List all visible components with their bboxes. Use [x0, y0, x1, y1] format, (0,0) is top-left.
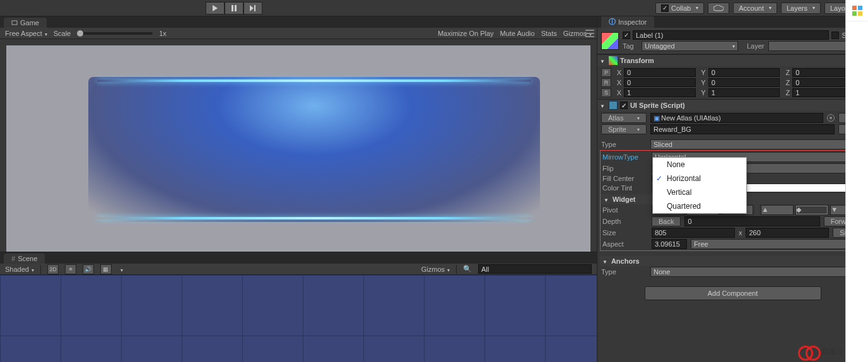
svg-rect-5 — [12, 21, 17, 25]
sprite-preview — [88, 77, 540, 222]
scene-tab[interactable]: #Scene — [4, 254, 45, 264]
game-icon — [11, 20, 18, 26]
rot-y[interactable]: 0 — [708, 78, 780, 87]
mirrowtype-popup: None Horizontal Vertical Quartered — [652, 157, 747, 214]
pos-x[interactable]: 0 — [624, 68, 696, 77]
dd-item-horizontal[interactable]: Horizontal — [653, 172, 746, 185]
shading-dropdown[interactable]: Shaded — [5, 266, 34, 273]
size-label: Size — [602, 229, 648, 236]
svg-rect-4 — [254, 5, 255, 11]
play-button[interactable] — [206, 2, 225, 15]
pos-y[interactable]: 0 — [708, 68, 780, 77]
depth-back-button[interactable]: Back — [652, 216, 681, 226]
scale-y[interactable]: 1 — [708, 88, 780, 97]
aspect-label: Aspect — [602, 240, 648, 248]
collab-button[interactable]: ✓Collab — [655, 3, 704, 14]
type-label: Type — [601, 141, 647, 148]
context-menu-icon[interactable] — [585, 30, 594, 37]
playback-controls — [206, 2, 262, 15]
position-button[interactable]: P — [601, 68, 611, 77]
transform-component: Transform PX0Y0Z0 RX0Y0Z0 SX1Y1Z1 — [597, 54, 868, 99]
step-button[interactable] — [243, 2, 262, 15]
fx-toggle-icon[interactable]: ▦ — [100, 264, 112, 274]
scene-tab-row: #Scene — [0, 252, 597, 264]
account-button[interactable]: Account — [733, 3, 777, 14]
game-toolbar: Free Aspect Scale 1x Maximize On Play Mu… — [0, 28, 597, 39]
pivot-vcenter[interactable]: ◆ — [795, 205, 828, 215]
uisprite-header[interactable]: ✓ UI Sprite (Script) — [597, 100, 868, 111]
object-name-field[interactable] — [633, 30, 829, 40]
rot-x[interactable]: 0 — [624, 78, 696, 87]
lighting-toggle-icon[interactable]: ☀ — [65, 264, 76, 274]
scene-toolbar: Shaded 2D ☀ 🔊 ▦ Gizmos 🔍 — [0, 264, 597, 275]
stats-toggle[interactable]: Stats — [541, 30, 557, 37]
atlas-button[interactable]: Atlas — [601, 113, 647, 123]
aspect-mode-dropdown[interactable]: Free — [691, 239, 863, 249]
info-icon: ⓘ — [609, 17, 616, 26]
add-component-button[interactable]: Add Component — [645, 286, 821, 300]
layers-button[interactable]: Layers — [781, 3, 821, 14]
inspector-tab-row: ⓘInspector 🔒≡ — [597, 16, 868, 28]
game-tab-row: Game — [0, 16, 597, 28]
anchors-type-dropdown[interactable]: None — [650, 267, 864, 277]
depth-value[interactable]: 0 — [684, 216, 819, 226]
gizmos-dropdown[interactable]: Gizmos — [421, 266, 450, 273]
dd-item-none[interactable]: None — [653, 158, 746, 172]
sprite-field[interactable]: Reward_BG — [650, 124, 835, 134]
dd-item-vertical[interactable]: Vertical — [653, 185, 746, 199]
type-dropdown[interactable]: Sliced — [650, 139, 864, 149]
dd-item-quartered[interactable]: Quartered — [653, 199, 746, 213]
size-width[interactable]: 805 — [652, 228, 735, 238]
anchors-header[interactable]: Anchors — [600, 256, 865, 266]
size-height[interactable]: 260 — [746, 228, 829, 238]
game-tab[interactable]: Game — [4, 18, 47, 28]
scale-x[interactable]: 1 — [624, 88, 696, 97]
pivot-top[interactable]: ▲ — [761, 205, 794, 215]
watermark-logo-icon — [798, 344, 819, 358]
atlas-pick-icon: ▣ — [654, 114, 660, 122]
watermark: 亿速云 — [798, 344, 843, 358]
tag-dropdown[interactable]: Untagged — [642, 41, 738, 51]
rotation-button[interactable]: R — [601, 78, 611, 87]
mute-toggle[interactable]: Mute Audio — [500, 30, 535, 37]
cloud-button[interactable] — [708, 3, 729, 14]
check-icon: ✓ — [661, 4, 669, 12]
component-enable-checkbox[interactable]: ✓ — [620, 102, 628, 109]
audio-toggle-icon[interactable]: 🔊 — [83, 264, 94, 274]
apps-icon[interactable] — [846, 0, 868, 21]
external-sidebar — [845, 0, 868, 362]
scene-view[interactable] — [0, 275, 597, 362]
aspect-value: 3.09615 — [652, 239, 687, 249]
scale-label: Scale — [54, 30, 71, 37]
top-toolbar: ✓Collab Account Layers Layout — [0, 0, 868, 16]
svg-rect-1 — [232, 5, 233, 11]
static-checkbox[interactable] — [831, 32, 839, 39]
aspect-dropdown[interactable]: Free Aspect — [5, 30, 47, 37]
layer-label: Layer — [742, 42, 765, 50]
pivot-label: Pivot — [602, 206, 648, 214]
scale-slider[interactable] — [77, 32, 153, 35]
inspector-tab[interactable]: ⓘInspector — [601, 16, 654, 28]
atlas-target-icon[interactable] — [827, 114, 835, 122]
scale-value: 1x — [159, 30, 167, 37]
transform-icon — [609, 56, 618, 65]
active-checkbox[interactable]: ✓ — [623, 32, 630, 39]
flip-label: Flip — [602, 165, 648, 172]
mirrowtype-label: MirrowType — [602, 153, 648, 161]
atlas-field[interactable]: ▣New Atlas (UIAtlas) — [650, 113, 823, 123]
transform-header[interactable]: Transform — [597, 55, 868, 66]
svg-marker-3 — [250, 5, 254, 11]
pause-button[interactable] — [225, 2, 243, 15]
maximize-toggle[interactable]: Maximize On Play — [438, 30, 494, 37]
cloud-icon — [713, 5, 724, 11]
colortint-label: Color Tint — [602, 184, 648, 192]
sprite-button[interactable]: Sprite — [601, 124, 647, 134]
twod-toggle[interactable]: 2D — [47, 264, 59, 274]
scale-button[interactable]: S — [601, 88, 611, 97]
tag-label: Tag — [623, 42, 638, 50]
gameobject-icon[interactable] — [601, 32, 619, 50]
svg-marker-0 — [213, 5, 218, 11]
uisprite-component: ✓ UI Sprite (Script) Atlas ▣New Atlas (U… — [597, 99, 868, 301]
scene-search[interactable] — [478, 264, 592, 274]
game-view — [0, 39, 597, 252]
